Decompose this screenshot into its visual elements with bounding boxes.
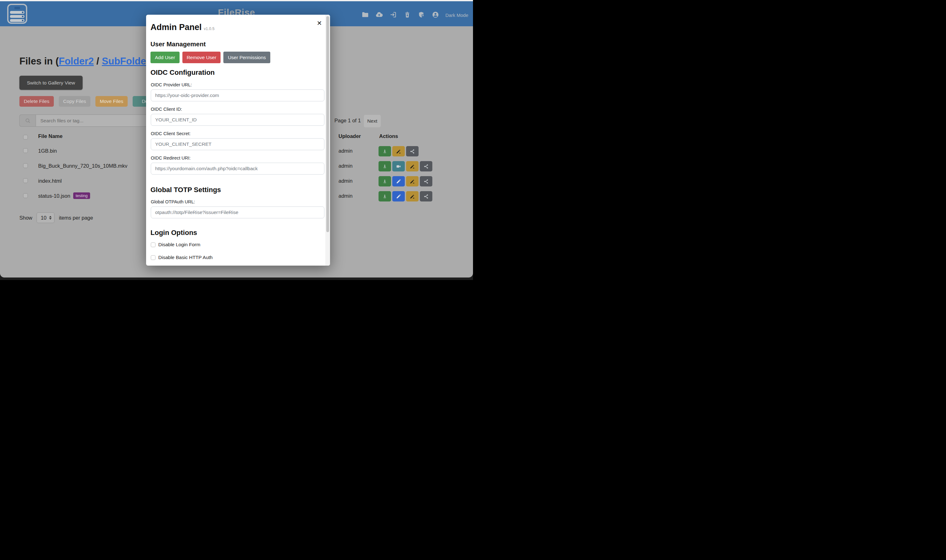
login-option-row: Disable Login Form — [151, 242, 200, 248]
checkbox-label: Disable Basic HTTP Auth — [158, 255, 213, 260]
file-name[interactable]: Big_Buck_Bunny_720_10s_10MB.mkv — [38, 163, 127, 169]
disable-basic-http-auth-checkbox[interactable] — [151, 255, 155, 260]
sign-in-icon[interactable] — [389, 11, 397, 18]
field-label: OIDC Client Secret: — [151, 131, 191, 136]
share-button[interactable] — [420, 176, 432, 186]
row-actions — [378, 146, 418, 157]
field-input[interactable] — [151, 163, 325, 175]
field-input[interactable] — [151, 114, 325, 126]
admin-panel-modal: Admin Panelv1.0.5 ✕ User Management Add … — [146, 15, 330, 266]
modal-scrollbar-thumb[interactable] — [326, 16, 329, 232]
logo-bar — [10, 15, 25, 18]
field-label: OIDC Client ID: — [151, 107, 182, 112]
pagination-status: Page 1 of 1 — [334, 118, 361, 123]
file-actions-row: Delete FilesCopy FilesMove FilesDownlo — [19, 96, 167, 107]
edit-button[interactable] — [392, 191, 405, 202]
modal-title-text: Admin Panel — [151, 23, 202, 32]
modal-scrollbar-track[interactable] — [325, 15, 330, 266]
remove-user-button[interactable]: Remove User — [182, 52, 221, 63]
select-all-checkbox[interactable] — [23, 135, 28, 140]
uploader-cell: admin — [338, 193, 352, 199]
add-user-button[interactable]: Add User — [151, 52, 180, 63]
uploader-cell: admin — [338, 148, 352, 154]
field-input[interactable] — [151, 89, 325, 102]
row-actions — [378, 161, 432, 171]
row-actions — [378, 191, 432, 202]
download-button[interactable] — [378, 176, 391, 186]
field-input[interactable] — [151, 138, 325, 150]
search-icon — [19, 114, 36, 127]
trash-restore-icon[interactable] — [403, 11, 411, 18]
rename-button[interactable] — [406, 161, 418, 171]
items-per-page-value: 10 — [41, 215, 46, 221]
move-files-button[interactable]: Move Files — [95, 96, 128, 107]
file-name[interactable]: index.html — [38, 178, 62, 184]
rename-button[interactable] — [392, 146, 405, 157]
login-options-heading: Login Options — [151, 229, 197, 237]
global-totp-heading: Global TOTP Settings — [151, 186, 221, 194]
column-header-uploader[interactable]: Uploader — [338, 133, 361, 139]
breadcrumb-link-folder2[interactable]: Folder2 — [59, 56, 94, 67]
download-button[interactable] — [378, 146, 391, 157]
field-label: Global OTPAuth URL: — [151, 199, 195, 204]
top-strip — [0, 0, 473, 1]
filerise-logo-icon[interactable] — [7, 4, 27, 24]
user-management-buttons: Add UserRemove UserUser Permissions — [151, 52, 270, 63]
select-arrows-icon — [49, 216, 52, 220]
modal-title: Admin Panelv1.0.5 — [151, 23, 215, 32]
file-name[interactable]: status-10.jsontesting — [38, 193, 90, 200]
breadcrumb-separator: / — [94, 56, 102, 67]
modal-version: v1.0.5 — [204, 26, 215, 31]
user-permissions-button[interactable]: User Permissions — [223, 52, 270, 63]
share-button[interactable] — [420, 161, 432, 171]
field-label: OIDC Redirect URI: — [151, 155, 191, 160]
logo-slot — [14, 7, 20, 9]
dark-mode-toggle[interactable]: Dark Mode — [446, 12, 468, 18]
close-icon[interactable]: ✕ — [315, 19, 323, 27]
copy-files-button[interactable]: Copy Files — [59, 96, 91, 107]
download-button[interactable] — [378, 161, 391, 171]
file-name[interactable]: 1GB.bin — [38, 148, 57, 154]
items-per-page-suffix: items per page — [59, 215, 93, 221]
user-management-heading: User Management — [151, 40, 206, 48]
column-header-actions: Actions — [379, 133, 398, 139]
show-label: Show — [19, 215, 32, 221]
row-checkbox[interactable] — [23, 193, 28, 198]
uploader-cell: admin — [338, 178, 352, 184]
disable-login-form-checkbox[interactable] — [151, 243, 155, 247]
next-page-button[interactable]: Next — [364, 115, 381, 127]
row-checkbox[interactable] — [23, 163, 28, 168]
items-per-page-select[interactable]: 10 — [37, 212, 54, 223]
switch-gallery-view-button[interactable]: Switch to Gallery View — [19, 76, 83, 90]
edit-button[interactable] — [392, 176, 405, 186]
items-per-page-row: Show 10 items per page — [19, 212, 93, 223]
uploader-cell: admin — [338, 163, 352, 169]
row-checkbox[interactable] — [23, 148, 28, 153]
preview-video-button[interactable] — [392, 161, 405, 171]
header-toolbar — [361, 11, 439, 18]
row-checkbox[interactable] — [23, 178, 28, 183]
logo-bar — [10, 11, 25, 14]
rename-button[interactable] — [406, 191, 418, 202]
admin-shield-icon[interactable] — [418, 11, 425, 18]
account-circle-icon[interactable] — [432, 11, 439, 18]
upload-cloud-icon[interactable] — [375, 11, 383, 18]
field-input[interactable] — [151, 206, 325, 218]
file-tag-badge: testing — [73, 192, 90, 199]
share-button[interactable] — [420, 191, 432, 202]
download-button[interactable] — [378, 191, 391, 202]
login-option-row: Disable Basic HTTP Auth — [151, 255, 213, 260]
folder-icon[interactable] — [361, 11, 369, 18]
field-label: OIDC Provider URL: — [151, 82, 192, 87]
oidc-configuration-heading: OIDC Configuration — [151, 69, 215, 77]
delete-files-button[interactable]: Delete Files — [19, 96, 54, 107]
logo-bar — [10, 19, 25, 22]
filerise-app: FileRise Dark Mode Files in — [0, 0, 473, 280]
breadcrumb: Files in (Folder2 / SubFolder2 / — [19, 56, 160, 67]
checkbox-label: Disable Login Form — [158, 242, 200, 248]
breadcrumb-prefix: Files in ( — [19, 56, 59, 67]
share-button[interactable] — [406, 146, 418, 157]
row-actions — [378, 176, 432, 186]
column-header-file-name[interactable]: File Name — [38, 133, 63, 139]
rename-button[interactable] — [406, 176, 418, 186]
